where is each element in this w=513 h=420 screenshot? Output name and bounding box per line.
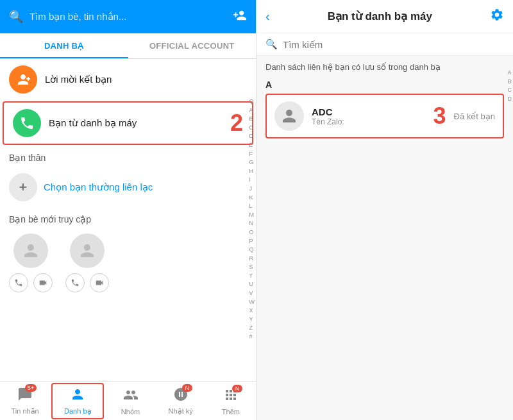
- nav-nhom[interactable]: Nhóm: [105, 385, 155, 418]
- nhat-ky-badge: N: [182, 384, 192, 392]
- nav-nhom-label: Nhóm: [121, 408, 140, 416]
- phonebook-icon-circle: [13, 109, 41, 137]
- choose-friends-item[interactable]: + Chọn bạn thường liên lạc: [0, 167, 256, 208]
- nav-danh-ba[interactable]: Danh bạ: [51, 383, 104, 419]
- right-content: Danh sách liên hệ bạn có lưu số trong da…: [256, 56, 513, 420]
- nav-danh-ba-label: Danh bạ: [64, 407, 91, 416]
- call-icon-2[interactable]: [65, 273, 85, 292]
- left-panel: 🔍 Tìm bạn bè, tin nhắn... DANH BẠ OFFICI…: [0, 0, 256, 420]
- adc-info: ADC Tên Zalo:: [312, 106, 426, 126]
- adc-avatar: [274, 101, 304, 131]
- adc-status: Đã kết bạn: [454, 112, 495, 121]
- bottom-nav: 5+ Tin nhắn Danh bạ Nhóm N Nhật ký: [0, 382, 256, 420]
- call-icon-1[interactable]: [9, 273, 28, 292]
- right-header: ‹ Bạn từ danh bạ máy: [256, 0, 513, 33]
- search-placeholder[interactable]: Tìm bạn bè, tin nhắn...: [29, 11, 226, 22]
- alphabet-index-left: Q A B C D E F G H I J K L M N O P Q R S …: [249, 97, 255, 341]
- tin-nhan-icon: 5+: [17, 387, 33, 406]
- recent-friends-grid: [0, 228, 256, 298]
- them-badge: N: [232, 385, 242, 392]
- right-description: Danh sách liên hệ bạn có lưu số trong da…: [265, 62, 504, 72]
- adc-zalo: Tên Zalo:: [312, 117, 426, 126]
- friend-actions-1: [9, 273, 53, 292]
- danh-ba-icon: [70, 387, 85, 406]
- tin-nhan-badge: 5+: [25, 384, 37, 392]
- left-content: Lời mời kết bạn Bạn từ danh bạ máy 2 Bạn…: [0, 59, 256, 382]
- nhat-ky-icon: N: [173, 387, 189, 406]
- back-button[interactable]: ‹: [265, 9, 270, 24]
- nav-tin-nhan-label: Tin nhắn: [11, 407, 38, 416]
- nav-them-label: Thêm: [222, 408, 240, 416]
- settings-icon[interactable]: [490, 8, 504, 25]
- right-panel: ‹ Bạn từ danh bạ máy 🔍 Danh sách liên hệ…: [256, 0, 513, 420]
- adc-name: ADC: [312, 106, 426, 117]
- avatar-1: [13, 233, 48, 268]
- alpha-a-title: A: [265, 80, 504, 90]
- right-search-bar[interactable]: 🔍: [256, 33, 513, 56]
- step3-label: 3: [433, 103, 446, 130]
- right-search-input[interactable]: [283, 39, 504, 50]
- plus-icon: +: [9, 173, 37, 201]
- phonebook-item[interactable]: Bạn từ danh bạ máy 2: [3, 101, 253, 145]
- right-panel-title: Bạn từ danh bạ máy: [276, 10, 484, 23]
- alphabet-index-right: A B C D: [508, 69, 512, 103]
- nav-them[interactable]: N Thêm: [206, 385, 256, 418]
- zalo-label: Tên Zalo:: [312, 117, 344, 126]
- video-icon-2[interactable]: [90, 273, 109, 292]
- invite-icon-circle: [9, 65, 37, 94]
- choose-friends-label: Chọn bạn thường liên lạc: [44, 181, 153, 193]
- step2-label: 2: [230, 110, 243, 137]
- ban-than-title: Bạn thân: [0, 146, 256, 167]
- contact-item-adc[interactable]: ADC Tên Zalo: 3 Đã kết bạn: [265, 94, 504, 139]
- tabs: DANH BẠ OFFICIAL ACCOUNT: [0, 33, 256, 59]
- nav-tin-nhan[interactable]: 5+ Tin nhắn: [0, 384, 50, 418]
- avatar-2: [70, 233, 105, 268]
- video-icon-1[interactable]: [33, 273, 53, 292]
- invite-friends-item[interactable]: Lời mời kết bạn: [0, 59, 256, 100]
- search-icon: 🔍: [9, 10, 23, 24]
- left-header: 🔍 Tìm bạn bè, tin nhắn...: [0, 0, 256, 33]
- invite-label: Lời mời kết bạn: [45, 74, 112, 85]
- recent-friend-2: [65, 233, 109, 292]
- nav-nhat-ky-label: Nhật ký: [169, 407, 193, 416]
- recent-friend-1: [9, 233, 53, 292]
- add-friend-icon[interactable]: [233, 8, 247, 26]
- right-search-icon: 🔍: [265, 38, 278, 50]
- nav-nhat-ky[interactable]: N Nhật ký: [156, 384, 206, 418]
- tab-danh-ba[interactable]: DANH BẠ: [0, 33, 128, 58]
- ban-be-moi-title: Bạn bè mới truy cập: [0, 208, 256, 228]
- nhom-icon: [123, 387, 139, 407]
- phonebook-label: Bạn từ danh bạ máy: [49, 117, 223, 129]
- them-icon: N: [223, 387, 239, 407]
- tab-official-account[interactable]: OFFICIAL ACCOUNT: [128, 33, 256, 58]
- friend-actions-2: [65, 273, 109, 292]
